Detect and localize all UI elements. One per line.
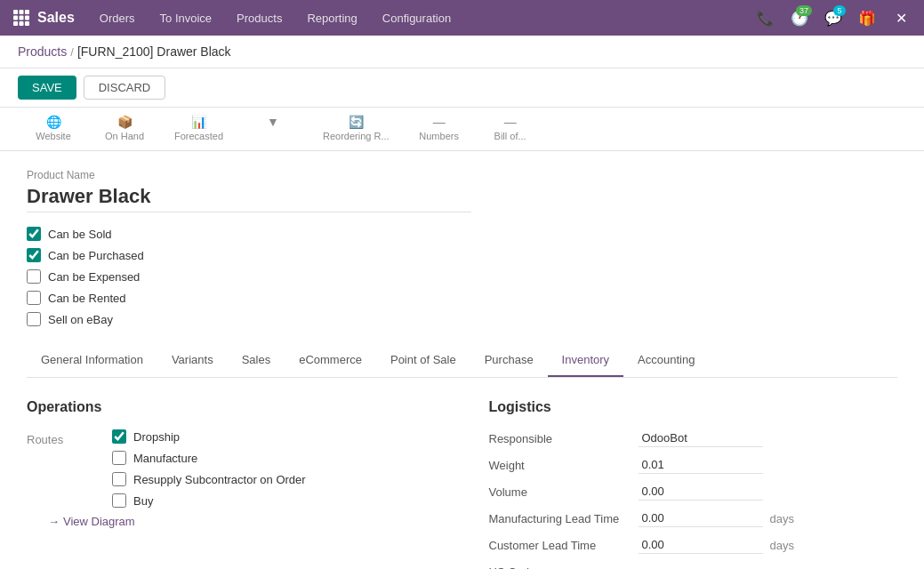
svg-rect-3	[13, 16, 18, 20]
logistics-input-volume[interactable]	[639, 483, 763, 501]
stat-tab-numbers-label: Numbers	[419, 131, 459, 141]
nav-reporting[interactable]: Reporting	[296, 6, 367, 30]
svg-rect-5	[25, 16, 29, 20]
stat-tabs-bar: 🌐 Website 📦 On Hand 📊 Forecasted ▼ 🔄 Reo…	[0, 108, 924, 151]
product-tab-ecommerce[interactable]: eCommerce	[285, 344, 376, 377]
checkbox-label-sell_on_ebay[interactable]: Sell on eBay	[48, 313, 113, 326]
product-tab-purchase[interactable]: Purchase	[470, 344, 548, 377]
logistics-title: Logistics	[489, 399, 898, 415]
empty-icon: ▼	[267, 115, 279, 129]
product-name-input[interactable]	[27, 185, 471, 212]
stat-tab-empty[interactable]: ▼	[237, 108, 309, 150]
checkbox-row-can_be_rented: Can be Rented	[27, 291, 897, 305]
discard-button[interactable]: DISCARD	[84, 76, 166, 100]
logistics-label-customer_lead: Customer Lead Time	[489, 539, 631, 552]
nav-orders[interactable]: Orders	[89, 6, 146, 30]
checkbox-row-sell_on_ebay: Sell on eBay	[27, 312, 897, 326]
view-diagram-link[interactable]: → View Diagram	[48, 515, 436, 528]
product-tab-point_of_sale[interactable]: Point of Sale	[376, 344, 470, 377]
route-label-buy[interactable]: Buy	[133, 494, 153, 508]
chat-icon[interactable]: 💬5	[819, 4, 848, 32]
product-tab-variants[interactable]: Variants	[157, 344, 228, 377]
nav-configuration[interactable]: Configuration	[372, 6, 462, 30]
stat-tab-numbers[interactable]: — Numbers	[404, 108, 475, 150]
route-checkbox-buy[interactable]	[112, 493, 126, 508]
svg-rect-2	[25, 10, 29, 14]
stat-tab-bill-label: Bill of...	[494, 131, 526, 141]
inventory-tab-content: Operations Routes DropshipManufactureRes…	[27, 378, 897, 569]
checkbox-can_be_rented[interactable]	[27, 291, 41, 305]
stat-tab-reordering-label: Reordering R...	[323, 131, 390, 141]
clock-icon[interactable]: 🕐37	[785, 4, 814, 32]
main-content: Product Name Can be SoldCan be Purchased…	[0, 151, 924, 569]
route-row-dropship: Dropship	[112, 429, 306, 444]
svg-rect-7	[20, 21, 24, 26]
product-tab-accounting[interactable]: Accounting	[623, 344, 709, 377]
phone-icon[interactable]: 📞	[751, 4, 780, 32]
logistics-label-volume: Volume	[489, 485, 631, 499]
close-icon[interactable]: ✕	[887, 4, 915, 32]
logistics-input-weight[interactable]	[639, 456, 763, 474]
on-hand-icon: 📦	[117, 115, 133, 129]
checkbox-sell_on_ebay[interactable]	[27, 312, 41, 326]
checkbox-label-can_be_expensed[interactable]: Can be Expensed	[48, 270, 140, 284]
website-icon: 🌐	[46, 115, 61, 129]
breadcrumb-separator: /	[70, 45, 74, 59]
checkbox-label-can_be_sold[interactable]: Can be Sold	[48, 228, 112, 241]
route-label-dropship[interactable]: Dropship	[133, 430, 180, 444]
reordering-icon: 🔄	[349, 115, 364, 129]
logistics-label-mfg_lead: Manufacturing Lead Time	[489, 512, 631, 525]
logistics-unit-customer_lead: days	[770, 539, 794, 552]
route-row-buy: Buy	[112, 493, 306, 508]
checkbox-can_be_expensed[interactable]	[27, 269, 41, 284]
logistics-label-responsible: Responsible	[489, 432, 631, 445]
product-tab-inventory[interactable]: Inventory	[548, 344, 623, 377]
svg-rect-1	[20, 10, 24, 14]
gift-icon[interactable]: 🎁	[853, 4, 881, 32]
product-tab-sales[interactable]: Sales	[228, 344, 285, 377]
checkbox-can_be_purchased[interactable]	[27, 248, 41, 262]
checkbox-label-can_be_rented[interactable]: Can be Rented	[48, 292, 125, 305]
svg-rect-8	[25, 21, 29, 26]
stat-tab-reordering[interactable]: 🔄 Reordering R...	[309, 108, 404, 150]
checkbox-row-can_be_sold: Can be Sold	[27, 227, 897, 241]
logistics-input-responsible[interactable]	[639, 429, 763, 447]
clock-badge: 37	[796, 5, 812, 16]
product-tab-general[interactable]: General Information	[27, 344, 157, 377]
route-checkbox-manufacture[interactable]	[112, 451, 126, 465]
checkbox-row-can_be_purchased: Can be Purchased	[27, 248, 897, 262]
stat-tab-on-hand[interactable]: 📦 On Hand	[89, 108, 160, 150]
svg-rect-0	[13, 10, 18, 14]
stat-tab-bill-of[interactable]: — Bill of...	[475, 108, 546, 150]
logistics-input-mfg_lead[interactable]	[639, 509, 763, 527]
logistics-fields: ResponsibleWeightVolumeManufacturing Lea…	[489, 429, 898, 569]
nav-products[interactable]: Products	[226, 6, 293, 30]
route-checkbox-dropship[interactable]	[112, 429, 126, 444]
chat-badge: 5	[833, 5, 846, 16]
logistics-row-hs_code: HS Code	[489, 563, 898, 569]
action-bar: SAVE DISCARD	[0, 68, 924, 108]
stat-tab-forecasted[interactable]: 📊 Forecasted	[160, 108, 237, 150]
checkbox-label-can_be_purchased[interactable]: Can be Purchased	[48, 249, 144, 262]
route-label-manufacture[interactable]: Manufacture	[133, 452, 197, 465]
breadcrumb-current: [FURN_2100] Drawer Black	[77, 44, 231, 59]
logistics-row-responsible: Responsible	[489, 429, 898, 447]
product-checkboxes: Can be SoldCan be PurchasedCan be Expens…	[27, 227, 897, 326]
breadcrumb-parent[interactable]: Products	[18, 44, 67, 59]
route-checkbox-resupply[interactable]	[112, 472, 126, 486]
svg-rect-6	[13, 21, 18, 26]
bill-of-icon: —	[504, 115, 517, 129]
numbers-icon: —	[433, 115, 446, 129]
route-label-resupply[interactable]: Resupply Subcontractor on Order	[133, 473, 306, 486]
nav-icons: 📞 🕐37 💬5 🎁 ✕	[751, 4, 915, 32]
operations-title: Operations	[27, 399, 436, 415]
checkbox-can_be_sold[interactable]	[27, 227, 41, 241]
logistics-input-customer_lead[interactable]	[639, 536, 763, 554]
save-button[interactable]: SAVE	[18, 76, 76, 100]
breadcrumb: Products / [FURN_2100] Drawer Black	[0, 36, 924, 68]
app-grid-icon[interactable]	[9, 5, 34, 30]
nav-to-invoice[interactable]: To Invoice	[149, 6, 223, 30]
logistics-input-hs_code[interactable]	[639, 563, 763, 569]
view-diagram-arrow: →	[48, 515, 60, 528]
stat-tab-website[interactable]: 🌐 Website	[18, 108, 89, 150]
